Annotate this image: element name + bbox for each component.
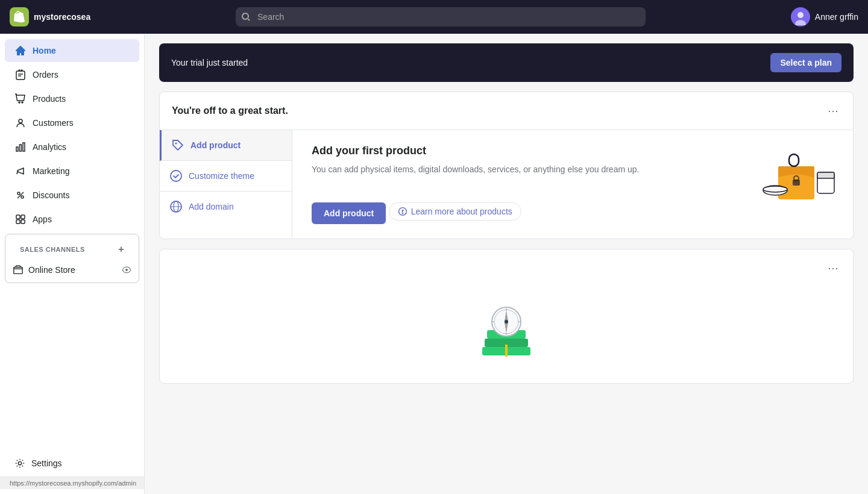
help-circle-icon xyxy=(398,207,407,216)
sidebar-item-apps-label: Apps xyxy=(33,214,52,224)
svg-point-3 xyxy=(797,12,804,18)
learn-more-link[interactable]: Learn more about products xyxy=(389,202,521,220)
compass-card-header: ⋯ xyxy=(160,249,853,287)
svg-point-14 xyxy=(17,192,20,195)
svg-point-47 xyxy=(505,320,508,324)
sidebar-item-apps[interactable]: Apps xyxy=(5,208,139,231)
step-add-domain[interactable]: Add domain xyxy=(160,192,292,222)
svg-line-16 xyxy=(17,192,24,198)
step-add-product-label: Add product xyxy=(190,140,241,150)
svg-point-38 xyxy=(763,186,787,192)
product-illustration xyxy=(760,142,838,208)
main-content: Your trial just started Select a plan Yo… xyxy=(145,34,868,494)
svg-rect-13 xyxy=(23,143,25,151)
steps-list: Add product Customize theme xyxy=(160,130,292,239)
top-navigation: mystorecosea Anner grffin xyxy=(0,0,868,34)
user-name: Anner grffin xyxy=(815,12,858,22)
svg-rect-17 xyxy=(16,215,20,219)
svg-point-23 xyxy=(125,269,128,271)
sidebar-item-home[interactable]: Home xyxy=(5,39,139,62)
svg-rect-5 xyxy=(16,71,25,80)
settings-icon xyxy=(14,458,25,469)
sidebar-item-marketing-label: Marketing xyxy=(33,166,69,176)
compass-illustration-area xyxy=(160,287,853,383)
svg-rect-20 xyxy=(21,220,25,224)
discounts-icon xyxy=(14,189,27,201)
trial-banner: Your trial just started Select a plan xyxy=(159,43,854,82)
setup-card-title: You're off to a great start. xyxy=(172,105,288,116)
add-product-button[interactable]: Add product xyxy=(312,202,386,224)
step-customize-theme[interactable]: Customize theme xyxy=(160,161,292,192)
step-add-domain-label: Add domain xyxy=(189,202,234,211)
step-detail-title: Add your first product xyxy=(312,145,834,157)
sidebar-item-settings[interactable]: Settings xyxy=(5,452,139,474)
store-name: mystorecosea xyxy=(34,12,90,22)
svg-rect-18 xyxy=(21,215,25,219)
sidebar-item-analytics[interactable]: Analytics xyxy=(5,136,139,158)
sidebar-item-orders-label: Orders xyxy=(33,70,58,80)
svg-point-26 xyxy=(171,170,181,181)
svg-point-9 xyxy=(22,102,23,103)
store-logo[interactable]: mystorecosea xyxy=(10,7,90,27)
sidebar-item-customers-label: Customers xyxy=(33,118,74,128)
products-icon xyxy=(14,93,27,105)
customers-icon xyxy=(14,117,27,129)
check-circle-icon xyxy=(169,169,183,183)
svg-rect-44 xyxy=(505,345,508,357)
sidebar-item-products-label: Products xyxy=(33,94,66,104)
sidebar-item-orders[interactable]: Orders xyxy=(5,63,139,86)
url-bar: https://mystorecosea.myshopify.com/admin xyxy=(0,477,144,489)
sidebar-item-products[interactable]: Products xyxy=(5,87,139,110)
svg-point-10 xyxy=(19,119,22,123)
sidebar-item-discounts-label: Discounts xyxy=(33,190,69,200)
svg-point-0 xyxy=(242,13,248,19)
steps-container: Add product Customize theme xyxy=(160,130,853,239)
avatar xyxy=(791,7,810,27)
svg-point-25 xyxy=(175,143,177,145)
globe-icon xyxy=(169,200,183,213)
trial-message: Your trial just started xyxy=(171,58,248,67)
sidebar-item-online-store[interactable]: Online Store xyxy=(5,260,139,280)
sales-channels-section: SALES CHANNELS + Online Store xyxy=(5,234,139,283)
sidebar-item-analytics-label: Analytics xyxy=(33,142,66,152)
svg-point-40 xyxy=(402,213,403,214)
setup-card-more-button[interactable]: ⋯ xyxy=(825,102,841,120)
svg-line-1 xyxy=(248,19,250,21)
search-input[interactable] xyxy=(236,7,646,27)
shopify-logo-icon xyxy=(10,7,29,27)
svg-rect-32 xyxy=(789,154,799,166)
online-store-label: Online Store xyxy=(28,265,75,275)
svg-rect-11 xyxy=(16,147,18,151)
user-area[interactable]: Anner grffin xyxy=(791,7,858,27)
svg-point-24 xyxy=(18,461,21,464)
svg-rect-19 xyxy=(16,220,20,224)
tag-icon xyxy=(171,139,184,152)
svg-rect-12 xyxy=(20,145,22,151)
step-customize-theme-label: Customize theme xyxy=(189,171,254,181)
online-store-visibility-icon[interactable] xyxy=(122,266,131,274)
step-detail: Add your first product You can add physi… xyxy=(292,130,853,239)
orders-icon xyxy=(14,69,27,81)
sidebar: Home Orders Products xyxy=(0,34,145,494)
analytics-icon xyxy=(14,141,27,153)
sidebar-item-home-label: Home xyxy=(33,46,56,55)
sidebar-item-marketing[interactable]: Marketing xyxy=(5,160,139,183)
settings-label: Settings xyxy=(31,458,62,468)
select-plan-button[interactable]: Select a plan xyxy=(770,53,841,72)
sales-channels-label: SALES CHANNELS + xyxy=(10,239,134,260)
svg-rect-36 xyxy=(817,172,834,178)
step-add-product[interactable]: Add product xyxy=(160,130,292,161)
svg-point-15 xyxy=(21,196,24,198)
step-detail-description: You can add physical items, digital down… xyxy=(312,163,834,176)
online-store-icon xyxy=(13,264,24,275)
svg-point-8 xyxy=(19,102,20,103)
home-icon xyxy=(14,45,27,57)
svg-rect-21 xyxy=(14,267,22,274)
marketing-icon xyxy=(14,165,27,177)
add-sales-channel-button[interactable]: + xyxy=(118,244,124,255)
sidebar-item-customers[interactable]: Customers xyxy=(5,111,139,134)
compass-card-more-button[interactable]: ⋯ xyxy=(825,259,841,277)
sidebar-item-discounts[interactable]: Discounts xyxy=(5,184,139,207)
search-bar xyxy=(236,7,646,27)
compass-card: ⋯ xyxy=(159,249,854,384)
